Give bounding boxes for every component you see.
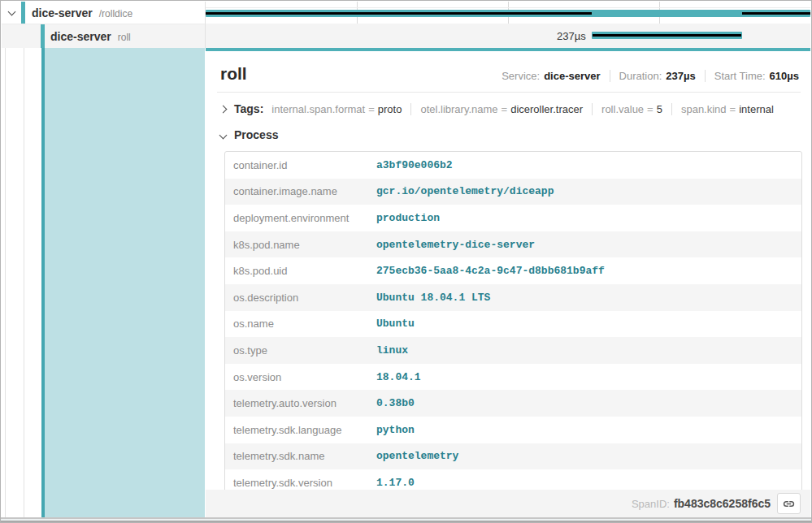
table-key: os.name <box>233 318 376 330</box>
table-value: Ubuntu 18.04.1 LTS <box>376 292 793 304</box>
process-accordion[interactable]: Process <box>217 122 801 148</box>
separator <box>705 70 706 82</box>
table-row: os.typelinux <box>225 337 801 364</box>
table-row: telemetry.auto.version0.38b0 <box>225 390 801 417</box>
timeline-column: 237µs <box>206 2 810 48</box>
service-color-block <box>21 2 25 24</box>
tags-accordion[interactable]: Tags: internal.span.format=protootel.lib… <box>217 93 801 122</box>
summary-label: Start Time: <box>714 70 766 82</box>
table-value: a3bf90e006b2 <box>376 159 793 171</box>
span-detail-indent-column <box>2 48 206 519</box>
span-operation-label: roll <box>118 32 131 43</box>
table-row: deployment.environmentproduction <box>225 205 801 231</box>
trace-view: dice-server/rolldice dice-serverroll 237… <box>0 0 812 523</box>
table-value: production <box>376 212 793 224</box>
span-summary: Service:dice-serverDuration:237µsStart T… <box>502 70 799 82</box>
table-key: container.image.name <box>233 185 376 197</box>
summary-value: dice-server <box>544 70 600 82</box>
service-color-block <box>41 24 45 48</box>
indent-guide <box>5 48 6 519</box>
span-service-label: dice-server <box>50 30 111 43</box>
table-key: telemetry.sdk.language <box>233 424 376 436</box>
tag-key: roll.value <box>601 103 644 115</box>
process-key-value-table: container.ida3bf90e006b2container.image.… <box>224 151 802 497</box>
table-key: container.id <box>233 159 376 171</box>
separator <box>671 103 672 115</box>
tags-label: Tags: <box>234 102 263 115</box>
critical-path-segment <box>593 34 741 37</box>
span-row-rolldice[interactable]: dice-server/rolldice <box>2 2 205 24</box>
tag-value: 5 <box>657 103 662 115</box>
table-value: gcr.io/opentelemetry/diceapp <box>376 185 793 197</box>
table-row: container.ida3bf90e006b2 <box>225 152 801 179</box>
tag-key: internal.span.format <box>271 103 365 115</box>
critical-path-segment <box>206 12 592 15</box>
table-row: os.nameUbuntu <box>225 311 801 338</box>
table-key: telemetry.sdk.name <box>233 450 376 462</box>
table-key: deployment.environment <box>233 212 376 224</box>
span-service-label: dice-server <box>32 6 93 19</box>
table-value: opentelemetry-dice-server <box>376 239 793 251</box>
separator <box>410 103 411 115</box>
separator <box>610 70 610 82</box>
table-key: k8s.pod.name <box>233 239 376 251</box>
span-detail-footer: SpanID: fb483c8c6258f6c5 <box>206 490 810 517</box>
table-value: 18.04.1 <box>376 371 793 383</box>
span-name-column: dice-server/rolldice dice-serverroll <box>2 2 206 48</box>
table-row: telemetry.sdk.languagepython <box>225 417 801 443</box>
link-icon <box>783 498 795 510</box>
indent-guide <box>24 48 24 519</box>
table-key: os.description <box>233 292 376 304</box>
tag-equals: = <box>730 103 736 115</box>
table-value: linux <box>376 344 793 357</box>
table-row: os.descriptionUbuntu 18.04.1 LTS <box>225 284 801 311</box>
process-label: Process <box>234 128 278 141</box>
summary-label: Duration: <box>619 70 662 82</box>
table-value: opentelemetry <box>376 450 793 462</box>
table-key: k8s.pod.uid <box>233 265 376 277</box>
table-key: telemetry.auto.version <box>233 397 376 409</box>
separator <box>592 103 593 115</box>
deep-link-button[interactable] <box>777 493 801 514</box>
table-value: Ubuntu <box>376 318 793 330</box>
window-bottom-border <box>1 521 811 522</box>
span-row-roll-selected[interactable]: dice-serverroll <box>2 24 205 48</box>
tag-value: diceroller.tracer <box>510 103 583 115</box>
table-key: telemetry.sdk.version <box>233 477 376 489</box>
table-value: python <box>376 424 793 436</box>
table-value: 1.17.0 <box>376 477 793 489</box>
span-service-name: dice-server/rolldice <box>32 6 132 19</box>
tag-equals: = <box>647 103 654 115</box>
table-row: k8s.pod.nameopentelemetry-dice-server <box>225 231 801 258</box>
tag-key: otel.library.name <box>420 103 497 115</box>
span-bar-roll[interactable] <box>592 32 742 39</box>
spanid-label: SpanID: <box>632 498 670 510</box>
chevron-down-icon[interactable] <box>8 8 16 16</box>
tag-value: internal <box>739 103 774 115</box>
critical-path-segment <box>742 12 810 15</box>
table-value: 275ecb36-5aa8-4c2a-9c47-d8bb681b9aff <box>376 265 793 277</box>
table-row: k8s.pod.uid275ecb36-5aa8-4c2a-9c47-d8bb6… <box>225 257 801 284</box>
chevron-down-icon[interactable] <box>219 131 228 139</box>
summary-value: 237µs <box>666 70 695 82</box>
tag-equals: = <box>368 103 375 115</box>
table-row: telemetry.sdk.nameopentelemetry <box>225 443 801 470</box>
tags-summary-list: internal.span.format=protootel.library.n… <box>271 103 774 115</box>
summary-label: Service: <box>502 70 540 82</box>
table-key: os.version <box>233 371 376 383</box>
chevron-right-icon[interactable] <box>219 105 228 113</box>
span-service-name: dice-serverroll <box>50 30 131 43</box>
summary-value: 610µs <box>770 70 799 82</box>
tag-equals: = <box>502 103 508 115</box>
span-bar-rolldice[interactable] <box>206 10 810 17</box>
table-value: 0.38b0 <box>376 397 793 409</box>
span-title: roll <box>220 64 247 84</box>
span-detail-panel: roll Service:dice-serverDuration:237µsSt… <box>206 48 810 490</box>
spanid-value: fb483c8c6258f6c5 <box>674 497 771 510</box>
tag-key: span.kind <box>681 103 727 115</box>
span-operation-label: /rolldice <box>99 8 132 19</box>
table-row: container.image.namegcr.io/opentelemetry… <box>225 179 801 205</box>
selected-span-highlight <box>45 48 205 519</box>
tag-value: proto <box>378 103 402 115</box>
table-row: os.version18.04.1 <box>225 364 801 391</box>
